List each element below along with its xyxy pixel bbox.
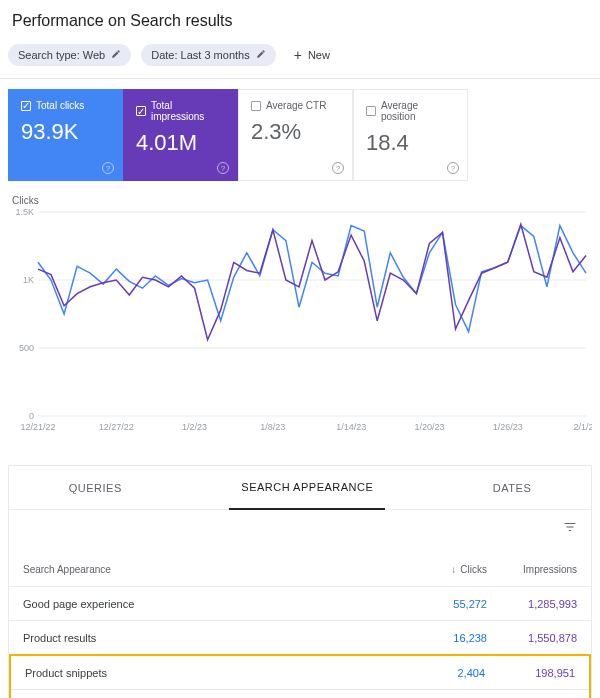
svg-text:500: 500 xyxy=(19,343,34,353)
svg-text:1/20/23: 1/20/23 xyxy=(414,422,444,432)
svg-text:1/26/23: 1/26/23 xyxy=(493,422,523,432)
checkbox-checked-icon: ✓ xyxy=(21,101,31,111)
chart-area: Clicks 05001K1.5K 12/21/2212/27/221/2/23… xyxy=(0,181,600,439)
filter-icon[interactable] xyxy=(563,520,577,537)
help-icon[interactable]: ? xyxy=(102,162,114,174)
metric-clicks[interactable]: ✓ Total clicks 93.9K ? xyxy=(8,89,123,181)
svg-text:1/14/23: 1/14/23 xyxy=(336,422,366,432)
cell-impressions: 1,550,878 xyxy=(487,632,577,644)
filter-bar: Search type: Web Date: Last 3 months + N… xyxy=(0,44,600,79)
cell-impressions: 1,285,993 xyxy=(487,598,577,610)
svg-text:12/21/22: 12/21/22 xyxy=(20,422,55,432)
chip-search-type-label: Search type: Web xyxy=(18,49,105,61)
svg-text:0: 0 xyxy=(29,411,34,421)
tab-queries[interactable]: QUERIES xyxy=(57,466,134,510)
svg-text:1/2/23: 1/2/23 xyxy=(182,422,207,432)
cell-dimension: Good page experience xyxy=(23,598,397,610)
sort-desc-icon: ↓ xyxy=(451,564,456,575)
tab-bar: QUERIES SEARCH APPEARANCE DATES xyxy=(9,466,591,510)
cell-clicks: 16,238 xyxy=(397,632,487,644)
tab-dates[interactable]: DATES xyxy=(481,466,543,510)
metric-clicks-label: Total clicks xyxy=(36,100,84,111)
chip-new[interactable]: + New xyxy=(286,44,338,66)
tab-search-appearance[interactable]: SEARCH APPEARANCE xyxy=(229,466,385,510)
cell-clicks: 2,404 xyxy=(395,667,485,679)
cell-dimension: Product snippets xyxy=(25,667,395,679)
page-title: Performance on Search results xyxy=(0,0,600,44)
chip-new-label: New xyxy=(308,49,330,61)
help-icon[interactable]: ? xyxy=(332,162,344,174)
th-impressions[interactable]: Impressions xyxy=(487,564,577,575)
metric-pos-value: 18.4 xyxy=(366,130,455,156)
help-icon[interactable]: ? xyxy=(217,162,229,174)
cell-clicks: 55,272 xyxy=(397,598,487,610)
metric-ctr[interactable]: Average CTR 2.3% ? xyxy=(238,89,353,181)
table-row[interactable]: Merchant listings2142 xyxy=(11,690,589,698)
metric-impr-value: 4.01M xyxy=(136,130,225,156)
chip-date-label: Date: Last 3 months xyxy=(151,49,249,61)
cell-impressions: 198,951 xyxy=(485,667,575,679)
svg-text:1K: 1K xyxy=(23,275,34,285)
chip-date-range[interactable]: Date: Last 3 months xyxy=(141,44,275,66)
th-clicks[interactable]: ↓Clicks xyxy=(397,564,487,575)
th-dimension[interactable]: Search Appearance xyxy=(23,564,397,575)
checkbox-unchecked-icon xyxy=(251,101,261,111)
edit-icon xyxy=(256,49,266,61)
svg-text:1/8/23: 1/8/23 xyxy=(260,422,285,432)
edit-icon xyxy=(111,49,121,61)
checkbox-unchecked-icon xyxy=(366,106,376,116)
svg-text:12/27/22: 12/27/22 xyxy=(99,422,134,432)
table-row[interactable]: Product results16,2381,550,878 xyxy=(9,621,591,655)
svg-text:1.5K: 1.5K xyxy=(15,207,34,217)
plus-icon: + xyxy=(294,50,302,60)
metric-impr-label: Total impressions xyxy=(151,100,225,122)
line-chart: 05001K1.5K 12/21/2212/27/221/2/231/8/231… xyxy=(8,206,592,436)
metric-ctr-value: 2.3% xyxy=(251,119,340,145)
table-panel: QUERIES SEARCH APPEARANCE DATES Search A… xyxy=(8,465,592,698)
table-row[interactable]: Product snippets2,404198,951 xyxy=(11,656,589,690)
metric-ctr-label: Average CTR xyxy=(266,100,326,111)
chart-y-title: Clicks xyxy=(12,195,592,206)
cell-dimension: Product results xyxy=(23,632,397,644)
th-clicks-label: Clicks xyxy=(460,564,487,575)
checkbox-checked-icon: ✓ xyxy=(136,106,146,116)
help-icon[interactable]: ? xyxy=(447,162,459,174)
table-header: Search Appearance ↓Clicks Impressions xyxy=(9,553,591,587)
metrics-row: ✓ Total clicks 93.9K ? ✓ Total impressio… xyxy=(0,79,600,181)
metric-impressions[interactable]: ✓ Total impressions 4.01M ? xyxy=(123,89,238,181)
table-filter-row xyxy=(9,510,591,543)
metric-clicks-value: 93.9K xyxy=(21,119,110,145)
svg-text:2/1/23: 2/1/23 xyxy=(573,422,592,432)
table-row[interactable]: Good page experience55,2721,285,993 xyxy=(9,587,591,621)
chip-search-type[interactable]: Search type: Web xyxy=(8,44,131,66)
metric-pos-label: Average position xyxy=(381,100,455,122)
metric-position[interactable]: Average position 18.4 ? xyxy=(353,89,468,181)
